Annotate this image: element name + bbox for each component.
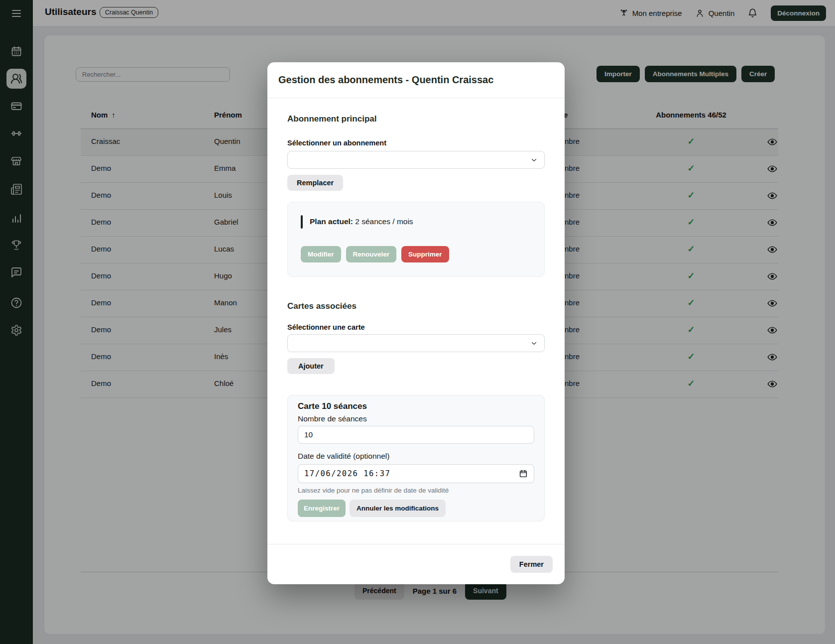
- modal-header: Gestion des abonnements - Quentin Craiss…: [267, 62, 565, 98]
- chevron-down-icon: [530, 156, 538, 164]
- plan-accent-bar: [301, 215, 303, 229]
- chevron-down-icon: [530, 339, 538, 348]
- subscription-modal: Gestion des abonnements - Quentin Craiss…: [267, 62, 565, 584]
- section-abonnement-heading: Abonnement principal: [287, 113, 545, 125]
- current-plan-box: Plan actuel: 2 séances / mois Modifier R…: [287, 202, 545, 277]
- select-abonnement-label: Sélectionner un abonnement: [287, 138, 545, 148]
- select-carte-label: Sélectionner une carte: [287, 322, 545, 332]
- card-title: Carte 10 séances: [298, 400, 534, 412]
- section-cartes-heading: Cartes associées: [287, 300, 545, 312]
- validity-date-helper: Laissez vide pour ne pas définir de date…: [298, 486, 534, 495]
- plan-text: Plan actuel: 2 séances / mois: [310, 217, 413, 226]
- replace-subscription-button[interactable]: Remplacer: [287, 175, 343, 191]
- delete-plan-button[interactable]: Supprimer: [401, 246, 449, 262]
- abonnement-select[interactable]: [287, 151, 545, 169]
- validity-date-value: 17/06/2026 16:37: [304, 469, 390, 478]
- renew-plan-button[interactable]: Renouveler: [346, 246, 397, 262]
- card-details-box: Carte 10 séances Nombre de séances Date …: [287, 395, 545, 521]
- calendar-icon[interactable]: [519, 469, 528, 478]
- validity-date-label: Date de validité (optionnel): [298, 451, 534, 462]
- sessions-input[interactable]: [298, 426, 534, 444]
- cancel-card-changes-button[interactable]: Annuler les modifications: [350, 500, 446, 517]
- modal-body: Abonnement principal Sélectionner un abo…: [267, 98, 565, 544]
- carte-select[interactable]: [287, 334, 545, 352]
- modal-title: Gestion des abonnements - Quentin Craiss…: [278, 74, 493, 86]
- app-root: Utilisateurs Craissac Quentin Mon entrep…: [0, 0, 835, 644]
- add-card-button[interactable]: Ajouter: [287, 358, 335, 374]
- modal-footer: Fermer: [267, 544, 565, 584]
- sessions-label: Nombre de séances: [298, 413, 534, 424]
- save-card-button[interactable]: Enregistrer: [298, 500, 346, 517]
- close-modal-button[interactable]: Fermer: [510, 556, 553, 573]
- validity-date-input[interactable]: 17/06/2026 16:37: [298, 464, 534, 483]
- modify-plan-button[interactable]: Modifier: [301, 246, 341, 262]
